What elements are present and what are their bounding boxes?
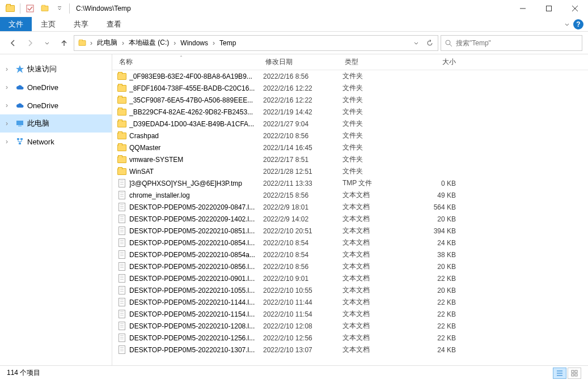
folder-icon bbox=[117, 131, 127, 141]
column-header-type[interactable]: 类型 bbox=[342, 57, 411, 67]
file-icon bbox=[117, 321, 127, 331]
file-type: 文件夹 bbox=[342, 143, 411, 152]
file-size: 22 KB bbox=[411, 275, 456, 283]
file-row[interactable]: DESKTOP-PDEP0M5-20220210-1144.l...2022/2… bbox=[112, 296, 588, 308]
folder-small-icon[interactable] bbox=[38, 2, 52, 15]
file-list[interactable]: _0F983E9B-63E2-4F00-8BA8-6A19B9...2022/2… bbox=[112, 70, 588, 365]
file-name: DESKTOP-PDEP0M5-20220210-1208.l... bbox=[129, 322, 263, 330]
file-row[interactable]: WinSAT2022/1/28 12:51文件夹 bbox=[112, 165, 588, 177]
file-row[interactable]: DESKTOP-PDEP0M5-20220210-0854.l...2022/2… bbox=[112, 237, 588, 249]
column-header-name[interactable]: 名称 bbox=[117, 57, 263, 67]
file-date: 2022/2/10 8:56 bbox=[263, 263, 342, 271]
quick-access-toolbar bbox=[3, 2, 71, 15]
expand-icon[interactable]: › bbox=[6, 119, 12, 127]
file-icon bbox=[117, 262, 127, 272]
file-row[interactable]: _D39EDAD4-1D00-43AE-B49B-A1CFA...2022/1/… bbox=[112, 118, 588, 130]
file-row[interactable]: DESKTOP-PDEP0M5-20220210-1208.l...2022/2… bbox=[112, 320, 588, 332]
breadcrumb[interactable]: Windows bbox=[177, 36, 211, 50]
file-row[interactable]: _BB229CF4-82AE-4262-9D82-FB2453...2022/1… bbox=[112, 106, 588, 118]
qat-dropdown-icon[interactable] bbox=[53, 2, 66, 15]
network-icon bbox=[15, 136, 25, 147]
file-row[interactable]: DESKTOP-PDEP0M5-20220210-0851.l...2022/2… bbox=[112, 225, 588, 237]
file-row[interactable]: DESKTOP-PDEP0M5-20220209-1402.l...2022/2… bbox=[112, 213, 588, 225]
file-row[interactable]: DESKTOP-PDEP0M5-20220210-0901.l...2022/2… bbox=[112, 272, 588, 284]
file-type: 文件夹 bbox=[342, 107, 411, 117]
file-size: 22 KB bbox=[411, 310, 456, 318]
chevron-right-icon[interactable]: › bbox=[172, 39, 177, 47]
sidebar-item-OneDrive[interactable]: ›OneDrive bbox=[0, 78, 112, 96]
breadcrumb[interactable]: Temp bbox=[216, 36, 239, 50]
chevron-right-icon[interactable]: › bbox=[121, 39, 125, 47]
file-row[interactable]: _35CF9087-6EA5-47B0-A506-889EEE...2022/2… bbox=[112, 94, 588, 106]
search-box[interactable] bbox=[441, 35, 582, 51]
file-size: 564 KB bbox=[411, 203, 456, 211]
expand-icon[interactable]: › bbox=[6, 83, 12, 91]
tab-file[interactable]: 文件 bbox=[0, 17, 32, 31]
expand-icon[interactable]: › bbox=[6, 101, 12, 109]
file-name: DESKTOP-PDEP0M5-20220210-0854a... bbox=[129, 251, 263, 259]
expand-icon[interactable]: › bbox=[6, 138, 12, 146]
address-dropdown-icon[interactable] bbox=[409, 36, 423, 50]
file-row[interactable]: DESKTOP-PDEP0M5-20220209-0847.l...2022/2… bbox=[112, 201, 588, 213]
file-row[interactable]: QQMaster2022/1/14 16:45文件夹 bbox=[112, 142, 588, 153]
sidebar-item-此电脑[interactable]: ›此电脑 bbox=[0, 114, 112, 133]
expand-icon[interactable]: › bbox=[6, 65, 12, 73]
properties-checkbox-icon[interactable] bbox=[23, 2, 37, 15]
folder-icon bbox=[117, 107, 127, 117]
file-row[interactable]: chrome_installer.log2022/2/15 8:56文本文档49… bbox=[112, 189, 588, 201]
tab-share[interactable]: 共享 bbox=[65, 17, 98, 31]
file-name: vmware-SYSTEM bbox=[129, 156, 263, 164]
file-type: 文本文档 bbox=[342, 214, 411, 224]
view-thumbnails-button[interactable] bbox=[568, 368, 581, 379]
file-name: DESKTOP-PDEP0M5-20220210-1154.l... bbox=[129, 310, 263, 318]
breadcrumb[interactable]: 此电脑 bbox=[94, 36, 121, 50]
file-icon bbox=[117, 202, 127, 212]
help-button[interactable]: ? bbox=[573, 19, 583, 29]
file-row[interactable]: _0F983E9B-63E2-4F00-8BA8-6A19B9...2022/2… bbox=[112, 70, 588, 82]
breadcrumb[interactable]: 本地磁盘 (C:) bbox=[125, 36, 172, 50]
recent-dropdown-icon[interactable] bbox=[40, 36, 54, 50]
file-row[interactable]: DESKTOP-PDEP0M5-20220210-0856.l...2022/2… bbox=[112, 261, 588, 272]
svg-rect-11 bbox=[19, 143, 21, 144]
file-row[interactable]: DESKTOP-PDEP0M5-20220210-1055.l...2022/2… bbox=[112, 284, 588, 296]
file-row[interactable]: DESKTOP-PDEP0M5-20220210-0854a...2022/2/… bbox=[112, 249, 588, 261]
search-input[interactable] bbox=[456, 39, 578, 47]
refresh-button[interactable] bbox=[423, 36, 437, 50]
folder-icon bbox=[117, 166, 127, 177]
file-type: 文本文档 bbox=[342, 309, 411, 319]
close-button[interactable] bbox=[562, 0, 588, 17]
up-button[interactable] bbox=[57, 36, 71, 50]
file-row[interactable]: DESKTOP-PDEP0M5-20220210-1154.l...2022/2… bbox=[112, 308, 588, 320]
sidebar-item-OneDrive[interactable]: ›OneDrive bbox=[0, 96, 112, 114]
svg-rect-9 bbox=[17, 138, 19, 140]
column-header-size[interactable]: 大小 bbox=[411, 57, 456, 67]
file-name: DESKTOP-PDEP0M5-20220209-0847.l... bbox=[129, 203, 263, 211]
sidebar-item-Network[interactable]: ›Network bbox=[0, 133, 112, 151]
file-row[interactable]: ]3@QPHXSO]YSH_JG@6E]H3P.tmp2022/2/11 13:… bbox=[112, 177, 588, 189]
maximize-button[interactable] bbox=[536, 0, 562, 17]
chevron-right-icon[interactable]: › bbox=[211, 39, 216, 47]
tab-view[interactable]: 查看 bbox=[98, 17, 130, 31]
file-size: 394 KB bbox=[411, 227, 456, 235]
ribbon-expand-icon[interactable] bbox=[564, 22, 570, 27]
address-bar[interactable]: › 此电脑 › 本地磁盘 (C:) › Windows › Temp bbox=[74, 35, 438, 51]
file-date: 2022/2/16 8:56 bbox=[263, 72, 342, 80]
file-type: 文件夹 bbox=[342, 131, 411, 140]
folder-icon[interactable] bbox=[3, 2, 17, 15]
minimize-button[interactable] bbox=[510, 0, 536, 17]
sidebar-item-快速访问[interactable]: ›快速访问 bbox=[0, 60, 112, 78]
forward-button[interactable] bbox=[23, 36, 37, 50]
file-row[interactable]: vmware-SYSTEM2022/2/17 8:51文件夹 bbox=[112, 153, 588, 165]
file-row[interactable]: DESKTOP-PDEP0M5-20220210-1307.l...2022/2… bbox=[112, 344, 588, 356]
column-header-date[interactable]: 修改日期 bbox=[263, 57, 342, 67]
file-row[interactable]: Crashpad2022/2/10 8:56文件夹 bbox=[112, 130, 588, 142]
file-icon bbox=[117, 297, 127, 308]
file-type: 文件夹 bbox=[342, 155, 411, 164]
file-row[interactable]: DESKTOP-PDEP0M5-20220210-1256.l...2022/2… bbox=[112, 332, 588, 344]
file-name: DESKTOP-PDEP0M5-20220210-0851.l... bbox=[129, 227, 263, 235]
tab-home[interactable]: 主页 bbox=[32, 17, 65, 31]
back-button[interactable] bbox=[6, 36, 20, 50]
view-details-button[interactable] bbox=[553, 368, 566, 379]
chevron-right-icon[interactable]: › bbox=[89, 39, 94, 47]
file-row[interactable]: _8FDF1604-738F-455E-BADB-C20C16...2022/2… bbox=[112, 82, 588, 94]
